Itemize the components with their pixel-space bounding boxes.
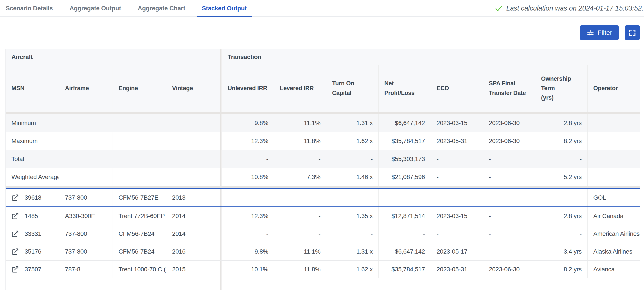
cell-ecd: -: [431, 225, 483, 243]
cell: [59, 168, 113, 186]
cell-spa-date: -: [483, 243, 535, 260]
cell-turn-on-capital: -: [326, 225, 379, 243]
cell-operator: [588, 150, 640, 168]
col-header-msn[interactable]: MSN: [6, 65, 59, 112]
table-row[interactable]: 37507 787-8 Trent 1000-70 C (C 2015 10.1…: [6, 261, 640, 278]
cell-vintage: 2013: [166, 189, 220, 206]
tab-scenario-details[interactable]: Scenario Details: [0, 0, 58, 16]
cell-ecd: 2023-03-15: [431, 207, 483, 225]
col-header-net-profit-loss[interactable]: Net Profit/Loss: [379, 65, 431, 112]
summary-label: Minimum: [6, 114, 59, 132]
col-header-operator[interactable]: Operator: [588, 65, 640, 112]
summary-label: Weighted Average: [6, 168, 59, 186]
msn-cell: 37507: [6, 261, 59, 278]
pinned-column-divider: [220, 65, 222, 112]
external-link-icon[interactable]: [12, 266, 19, 273]
cell-ownership-term: 8.2 yrs: [535, 261, 588, 278]
cell-spa-date: -: [483, 189, 535, 206]
pinned-row-maximum: Maximum 12.3% 11.8% 1.62 x $35,784,517 2…: [6, 132, 640, 150]
cell-net-profit-loss: $55,303,173: [379, 150, 431, 168]
col-header-airframe[interactable]: Airframe: [59, 65, 113, 112]
table-row[interactable]: 33331 737-800 CFM56-7B24 2014 - - - - - …: [6, 225, 640, 243]
cell-levered-irr: 11.8%: [274, 132, 326, 150]
pinned-column-divider: [220, 132, 222, 150]
cell-vintage: 2014: [166, 207, 220, 225]
cell-unlevered-irr: 9.8%: [222, 243, 274, 260]
msn-value: 37507: [24, 266, 41, 273]
msn-value: 33331: [24, 230, 41, 237]
cell-levered-irr: -: [274, 189, 326, 206]
pinned-column-divider: [220, 225, 222, 243]
cell-ownership-term: 2.8 yrs: [535, 114, 588, 132]
cell: [113, 168, 166, 186]
table-row[interactable]: 1485 A330-300E Trent 772B-60EP 2014 12.3…: [6, 207, 640, 225]
cell-ownership-term: 2.8 yrs: [535, 207, 588, 225]
msn-cell: 33331: [6, 225, 59, 243]
cell-ecd: -: [431, 189, 483, 206]
col-header-levered-irr[interactable]: Levered IRR: [274, 65, 326, 112]
table-row[interactable]: 39618 737-800 CFM56-7B27E 2013 - - - - -…: [6, 188, 640, 207]
pinned-column-divider: [220, 150, 222, 168]
cell: [166, 150, 220, 168]
cell-unlevered-irr: 10.8%: [222, 168, 274, 186]
group-header-transaction: Transaction: [222, 49, 640, 65]
external-link-icon[interactable]: [12, 194, 19, 201]
cell-engine: CFM56-7B27E: [113, 189, 166, 206]
pinned-row-minimum: Minimum 9.8% 11.1% 1.31 x $6,647,142 202…: [6, 114, 640, 132]
sliders-icon: [586, 29, 594, 37]
cell-net-profit-loss: $21,087,596: [379, 168, 431, 186]
external-link-icon[interactable]: [12, 212, 19, 220]
cell-net-profit-loss: $35,784,517: [379, 132, 431, 150]
cell-ecd: 2023-03-15: [431, 114, 483, 132]
col-header-ownership-term[interactable]: Ownership Term (yrs): [535, 65, 588, 112]
cell-levered-irr: 7.3%: [274, 168, 326, 186]
cell: [59, 132, 113, 150]
external-link-icon[interactable]: [12, 230, 19, 238]
cell-net-profit-loss: $12,871,514: [379, 207, 431, 225]
filter-button[interactable]: Filter: [580, 25, 619, 40]
cell-net-profit-loss: -: [379, 225, 431, 243]
cell: [113, 132, 166, 150]
group-header-row: Aircraft Transaction: [6, 49, 640, 65]
cell-unlevered-irr: -: [222, 150, 274, 168]
external-link-icon[interactable]: [12, 248, 19, 255]
pinned-column-divider: [220, 261, 222, 278]
cell: [166, 132, 220, 150]
filter-button-label: Filter: [598, 29, 612, 36]
cell-ecd: -: [431, 168, 483, 186]
fullscreen-button[interactable]: [625, 25, 640, 40]
tab-aggregate-output[interactable]: Aggregate Output: [64, 0, 126, 16]
cell-operator: American Airlines: [588, 225, 640, 243]
cell-net-profit-loss: $6,647,142: [379, 114, 431, 132]
cell-net-profit-loss: $6,647,142: [379, 243, 431, 260]
cell-spa-date: 2023-06-30: [483, 261, 535, 278]
pinned-row-total: Total - - - $55,303,173 - - -: [6, 150, 640, 168]
cell-operator: [588, 168, 640, 186]
col-header-turn-on-capital[interactable]: Turn On Capital: [326, 65, 379, 112]
last-calculation-text: Last calculation was on 2024-01-17 15:03…: [506, 4, 644, 12]
tab-stacked-output[interactable]: Stacked Output: [197, 0, 252, 16]
msn-cell: 39618: [6, 189, 59, 206]
tab-aggregate-chart[interactable]: Aggregate Chart: [132, 0, 190, 16]
check-icon: [495, 4, 503, 12]
cell-engine: CFM56-7B24: [113, 225, 166, 243]
col-header-unlevered-irr[interactable]: Unlevered IRR: [222, 65, 274, 112]
cell-airframe: 737-800: [59, 225, 113, 243]
cell-turn-on-capital: 1.31 x: [326, 243, 379, 260]
col-header-ecd[interactable]: ECD: [431, 65, 483, 112]
header-separator: [6, 112, 640, 114]
col-header-engine[interactable]: Engine: [113, 65, 166, 112]
table-row[interactable]: 35176 737-800 CFM56-7B24 2016 9.8% 11.1%…: [6, 243, 640, 261]
cell-unlevered-irr: 9.8%: [222, 114, 274, 132]
cell-ownership-term: 8.2 yrs: [535, 132, 588, 150]
col-header-vintage[interactable]: Vintage: [166, 65, 220, 112]
msn-cell: 35176: [6, 243, 59, 260]
pinned-column-divider: [220, 114, 222, 132]
cell-operator: Alaska Airlines: [588, 243, 640, 260]
cell-ecd: -: [431, 150, 483, 168]
cell-spa-date: -: [483, 225, 535, 243]
cell: [113, 150, 166, 168]
col-header-spa-final-transfer-date[interactable]: SPA Final Transfer Date: [483, 65, 535, 112]
cell: [6, 278, 220, 290]
cell-spa-date: -: [483, 168, 535, 186]
